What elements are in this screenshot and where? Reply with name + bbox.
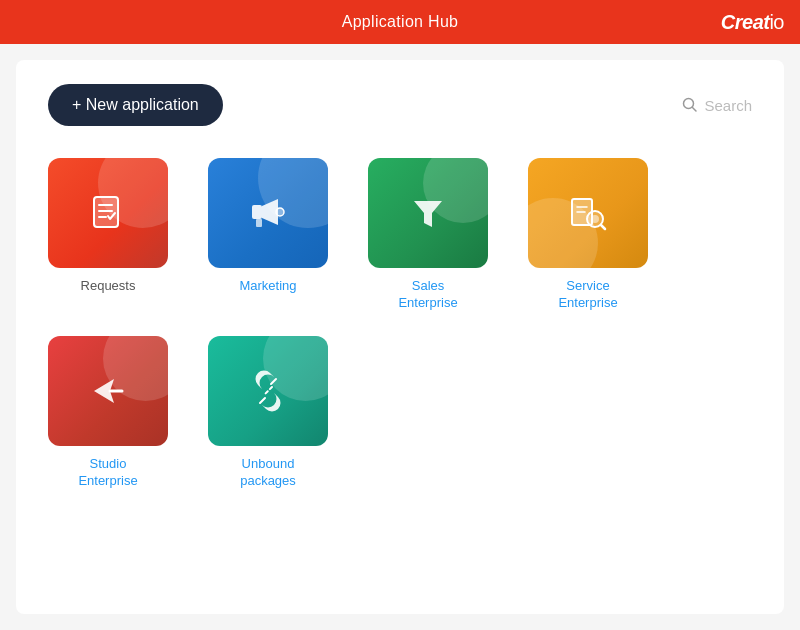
svg-line-19 [264, 387, 272, 395]
app-icon-marketing [208, 158, 328, 268]
svg-rect-7 [252, 205, 262, 219]
app-item-requests[interactable]: Requests [48, 158, 168, 312]
app-label-unbound: Unboundpackages [240, 456, 296, 490]
app-icon-studio [48, 336, 168, 446]
svg-point-9 [276, 208, 284, 216]
search-icon [682, 97, 698, 113]
app-icon-unbound [208, 336, 328, 446]
search-box[interactable]: Search [682, 97, 752, 114]
svg-point-12 [591, 215, 599, 223]
top-bar: + New application Search [48, 84, 752, 126]
app-item-sales[interactable]: SalesEnterprise [368, 158, 488, 312]
app-item-studio[interactable]: StudioEnterprise [48, 336, 168, 490]
app-header: Application Hub Creatio [0, 0, 800, 44]
app-label-marketing: Marketing [239, 278, 296, 295]
app-label-service: ServiceEnterprise [558, 278, 617, 312]
app-icon-requests [48, 158, 168, 268]
funnel-icon [408, 193, 448, 233]
svg-line-18 [260, 398, 265, 403]
new-application-button[interactable]: + New application [48, 84, 223, 126]
svg-rect-8 [256, 219, 262, 227]
checklist-icon [86, 191, 130, 235]
app-item-unbound[interactable]: Unboundpackages [208, 336, 328, 490]
svg-line-1 [693, 108, 697, 112]
creatio-logo: Creatio [721, 11, 784, 34]
megaphone-icon [246, 191, 290, 235]
svg-line-17 [271, 379, 276, 384]
app-item-service[interactable]: ServiceEnterprise [528, 158, 648, 312]
svg-line-13 [601, 225, 605, 229]
unlink-icon [246, 369, 290, 413]
app-icon-sales [368, 158, 488, 268]
apps-grid: Requests Marketing SalesEnterprise [48, 158, 752, 490]
app-item-marketing[interactable]: Marketing [208, 158, 328, 312]
app-label-sales: SalesEnterprise [398, 278, 457, 312]
app-label-requests: Requests [81, 278, 136, 295]
search-doc-icon [566, 191, 610, 235]
app-icon-service [528, 158, 648, 268]
search-label: Search [704, 97, 752, 114]
header-title: Application Hub [342, 13, 459, 31]
arrow-icon [86, 369, 130, 413]
app-label-studio: StudioEnterprise [78, 456, 137, 490]
main-panel: + New application Search Re [16, 60, 784, 614]
